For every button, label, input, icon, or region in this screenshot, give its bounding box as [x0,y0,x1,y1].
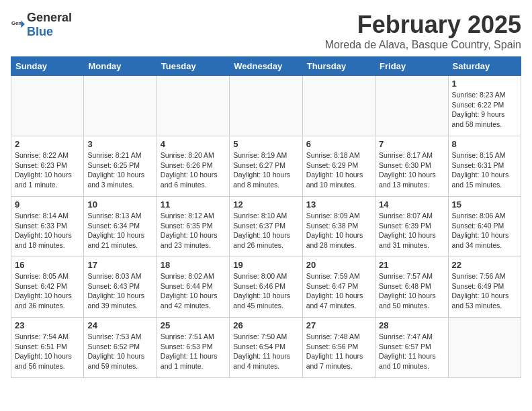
week-row-4: 16Sunrise: 8:05 AM Sunset: 6:42 PM Dayli… [11,257,521,318]
week-row-5: 23Sunrise: 7:54 AM Sunset: 6:51 PM Dayli… [11,318,521,378]
svg-text:Gen: Gen [11,20,21,26]
calendar-cell: 2Sunrise: 8:22 AM Sunset: 6:23 PM Daylig… [11,136,84,197]
day-info: Sunrise: 8:12 AM Sunset: 6:35 PM Dayligh… [161,211,226,250]
day-number: 25 [161,320,226,330]
day-info: Sunrise: 7:48 AM Sunset: 6:56 PM Dayligh… [306,332,371,371]
day-info: Sunrise: 8:03 AM Sunset: 6:43 PM Dayligh… [87,271,152,311]
day-info: Sunrise: 8:14 AM Sunset: 6:33 PM Dayligh… [15,211,80,250]
day-number: 21 [379,260,444,270]
day-info: Sunrise: 7:54 AM Sunset: 6:51 PM Dayligh… [15,332,80,371]
day-info: Sunrise: 7:51 AM Sunset: 6:53 PM Dayligh… [161,332,226,371]
calendar-cell: 21Sunrise: 7:57 AM Sunset: 6:48 PM Dayli… [375,257,448,318]
weekday-header-monday: Monday [84,57,157,76]
day-info: Sunrise: 8:13 AM Sunset: 6:34 PM Dayligh… [87,211,152,250]
day-info: Sunrise: 8:22 AM Sunset: 6:23 PM Dayligh… [15,150,80,190]
day-number: 11 [161,199,226,210]
logo-general: General [27,11,72,24]
calendar-cell: 7Sunrise: 8:17 AM Sunset: 6:30 PM Daylig… [375,136,448,197]
day-number: 13 [306,199,371,210]
day-number: 22 [452,260,517,270]
calendar-cell: 22Sunrise: 7:56 AM Sunset: 6:49 PM Dayli… [448,257,521,318]
day-number: 14 [379,199,444,210]
day-info: Sunrise: 8:10 AM Sunset: 6:37 PM Dayligh… [233,211,298,250]
calendar-cell [448,318,521,378]
day-number: 9 [15,199,80,210]
day-info: Sunrise: 8:20 AM Sunset: 6:26 PM Dayligh… [161,150,226,190]
day-number: 12 [233,199,298,210]
calendar-table: SundayMondayTuesdayWednesdayThursdayFrid… [11,56,521,378]
calendar-cell: 27Sunrise: 7:48 AM Sunset: 6:56 PM Dayli… [302,318,375,378]
day-number: 2 [15,139,80,149]
day-number: 18 [161,260,226,270]
day-number: 10 [87,199,152,210]
week-row-2: 2Sunrise: 8:22 AM Sunset: 6:23 PM Daylig… [11,136,521,197]
weekday-header-wednesday: Wednesday [230,57,302,76]
calendar-cell [230,76,302,136]
day-number: 8 [452,139,517,149]
day-info: Sunrise: 8:15 AM Sunset: 6:31 PM Dayligh… [452,150,517,190]
calendar-subtitle: Moreda de Alava, Basque Country, Spain [325,39,521,51]
calendar-cell: 28Sunrise: 7:47 AM Sunset: 6:57 PM Dayli… [375,318,448,378]
calendar-cell: 9Sunrise: 8:14 AM Sunset: 6:33 PM Daylig… [11,197,84,257]
day-info: Sunrise: 8:00 AM Sunset: 6:46 PM Dayligh… [233,271,298,311]
day-info: Sunrise: 8:06 AM Sunset: 6:40 PM Dayligh… [452,211,517,250]
calendar-cell: 3Sunrise: 8:21 AM Sunset: 6:25 PM Daylig… [84,136,157,197]
calendar-cell: 18Sunrise: 8:02 AM Sunset: 6:44 PM Dayli… [157,257,229,318]
weekday-header-saturday: Saturday [448,57,521,76]
day-info: Sunrise: 7:53 AM Sunset: 6:52 PM Dayligh… [87,332,152,371]
weekday-header-row: SundayMondayTuesdayWednesdayThursdayFrid… [11,57,521,76]
day-number: 4 [161,139,226,149]
calendar-title: February 2025 [325,11,521,39]
calendar-cell: 4Sunrise: 8:20 AM Sunset: 6:26 PM Daylig… [157,136,229,197]
day-number: 27 [306,320,371,330]
day-info: Sunrise: 7:57 AM Sunset: 6:48 PM Dayligh… [379,271,444,311]
day-number: 26 [233,320,298,330]
day-number: 17 [87,260,152,270]
weekday-header-tuesday: Tuesday [157,57,229,76]
day-number: 6 [306,139,371,149]
calendar-cell: 25Sunrise: 7:51 AM Sunset: 6:53 PM Dayli… [157,318,229,378]
calendar-cell: 20Sunrise: 7:59 AM Sunset: 6:47 PM Dayli… [302,257,375,318]
day-info: Sunrise: 8:07 AM Sunset: 6:39 PM Dayligh… [379,211,444,250]
day-number: 15 [452,199,517,210]
calendar-cell: 5Sunrise: 8:19 AM Sunset: 6:27 PM Daylig… [230,136,302,197]
calendar-cell [302,76,375,136]
day-number: 7 [379,139,444,149]
calendar-cell: 17Sunrise: 8:03 AM Sunset: 6:43 PM Dayli… [84,257,157,318]
day-info: Sunrise: 8:05 AM Sunset: 6:42 PM Dayligh… [15,271,80,311]
day-number: 19 [233,260,298,270]
calendar-cell: 26Sunrise: 7:50 AM Sunset: 6:54 PM Dayli… [230,318,302,378]
day-number: 23 [15,320,80,330]
day-number: 28 [379,320,444,330]
day-info: Sunrise: 7:47 AM Sunset: 6:57 PM Dayligh… [379,332,444,371]
day-number: 20 [306,260,371,270]
day-number: 1 [452,79,517,89]
weekday-header-thursday: Thursday [302,57,375,76]
calendar-cell: 11Sunrise: 8:12 AM Sunset: 6:35 PM Dayli… [157,197,229,257]
calendar-cell: 13Sunrise: 8:09 AM Sunset: 6:38 PM Dayli… [302,197,375,257]
calendar-cell: 19Sunrise: 8:00 AM Sunset: 6:46 PM Dayli… [230,257,302,318]
day-info: Sunrise: 8:18 AM Sunset: 6:29 PM Dayligh… [306,150,371,190]
calendar-cell: 15Sunrise: 8:06 AM Sunset: 6:40 PM Dayli… [448,197,521,257]
calendar-cell [157,76,229,136]
day-info: Sunrise: 8:02 AM Sunset: 6:44 PM Dayligh… [161,271,226,311]
logo-blue: Blue [27,25,53,38]
calendar-cell: 10Sunrise: 8:13 AM Sunset: 6:34 PM Dayli… [84,197,157,257]
logo-icon: Gen [11,17,26,32]
day-number: 24 [87,320,152,330]
calendar-cell: 16Sunrise: 8:05 AM Sunset: 6:42 PM Dayli… [11,257,84,318]
calendar-cell: 14Sunrise: 8:07 AM Sunset: 6:39 PM Dayli… [375,197,448,257]
calendar-cell: 1Sunrise: 8:23 AM Sunset: 6:22 PM Daylig… [448,76,521,136]
day-info: Sunrise: 7:50 AM Sunset: 6:54 PM Dayligh… [233,332,298,371]
calendar-cell: 24Sunrise: 7:53 AM Sunset: 6:52 PM Dayli… [84,318,157,378]
title-area: February 2025 Moreda de Alava, Basque Co… [325,11,521,51]
day-number: 3 [87,139,152,149]
calendar-cell: 8Sunrise: 8:15 AM Sunset: 6:31 PM Daylig… [448,136,521,197]
calendar-cell: 23Sunrise: 7:54 AM Sunset: 6:51 PM Dayli… [11,318,84,378]
day-info: Sunrise: 8:09 AM Sunset: 6:38 PM Dayligh… [306,211,371,250]
day-info: Sunrise: 8:17 AM Sunset: 6:30 PM Dayligh… [379,150,444,190]
calendar-cell: 12Sunrise: 8:10 AM Sunset: 6:37 PM Dayli… [230,197,302,257]
day-info: Sunrise: 7:56 AM Sunset: 6:49 PM Dayligh… [452,271,517,311]
weekday-header-friday: Friday [375,57,448,76]
calendar-cell: 6Sunrise: 8:18 AM Sunset: 6:29 PM Daylig… [302,136,375,197]
